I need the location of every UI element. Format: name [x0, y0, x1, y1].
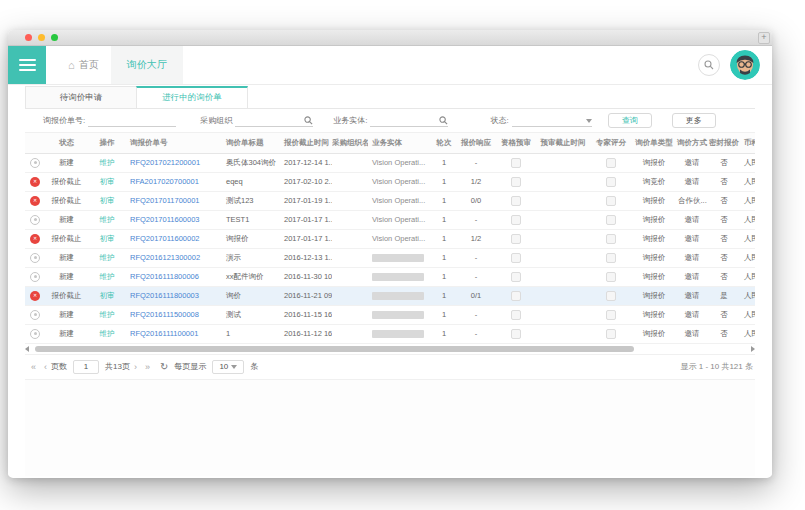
search-icon[interactable]: [698, 54, 720, 76]
table-row[interactable]: 新建维护RFQ201611110000112016-11-12 16...1-询…: [25, 324, 755, 343]
rfq-number-link[interactable]: RFQ2016111800003: [130, 291, 199, 300]
rfq-number-link[interactable]: RFQ2017011700001: [130, 196, 200, 205]
rfq-number-link[interactable]: RFQ2016111500008: [130, 310, 199, 319]
status-new-icon: [30, 310, 40, 320]
prequal-checkbox[interactable]: [511, 196, 521, 206]
scroll-right-icon[interactable]: [751, 346, 755, 352]
expert-checkbox[interactable]: [606, 177, 616, 187]
action-link[interactable]: 维护: [100, 253, 115, 262]
horizontal-scrollbar[interactable]: [25, 345, 755, 354]
expert-checkbox[interactable]: [606, 158, 616, 168]
table-row[interactable]: 新建维护RFQ2017011600003TEST12017-01-17 1...…: [25, 210, 755, 229]
table-row[interactable]: 新建维护RFQ2016111500008测试2016-11-15 16...1-…: [25, 305, 755, 324]
status-new-icon: [30, 158, 40, 168]
expert-checkbox[interactable]: [606, 291, 616, 301]
redacted-entity: [372, 311, 424, 319]
expert-checkbox[interactable]: [606, 310, 616, 320]
prequal-checkbox[interactable]: [511, 215, 521, 225]
next-page-button[interactable]: ›: [134, 362, 137, 372]
pagination-bar: « ‹ 页数 共13页 › » ↻ 每页显示 10 条 显示 1 - 10 共1…: [25, 354, 755, 380]
table-row[interactable]: 新建维护RFQ2016121300002演示2016-12-13 1...1-询…: [25, 248, 755, 267]
refresh-icon[interactable]: ↻: [160, 361, 168, 372]
page-number-input[interactable]: [73, 360, 99, 374]
action-link[interactable]: 初审: [100, 291, 115, 300]
page-content: 待询价申请 进行中的询价单 询报价单号: 采购组织 业务实体: 状态:: [8, 85, 772, 476]
action-link[interactable]: 维护: [100, 272, 115, 281]
inquiry-no-input[interactable]: [88, 114, 176, 127]
action-link[interactable]: 初审: [100, 177, 115, 186]
purchase-org-search-icon[interactable]: [304, 116, 313, 125]
rfq-number-link[interactable]: RFQ2017021200001: [130, 158, 200, 167]
prequal-checkbox[interactable]: [511, 291, 521, 301]
column-header-prequal_deadline: 预审截止时间: [536, 133, 590, 153]
footer-space: [25, 380, 755, 477]
status-caret-icon[interactable]: [586, 119, 592, 123]
purchase-org-input[interactable]: [235, 114, 313, 127]
close-window-button[interactable]: [25, 34, 32, 41]
status-select[interactable]: [512, 114, 592, 127]
window-titlebar: +: [8, 30, 772, 46]
rfq-number-link[interactable]: RFQ2016111800006: [130, 272, 199, 281]
scroll-left-icon[interactable]: [25, 346, 29, 352]
redacted-entity: [372, 330, 424, 338]
first-page-button[interactable]: «: [31, 362, 36, 372]
expert-checkbox[interactable]: [606, 272, 616, 282]
redacted-entity: [372, 273, 424, 281]
maximize-window-button[interactable]: [51, 34, 58, 41]
prequal-checkbox[interactable]: [511, 177, 521, 187]
nav-home[interactable]: ⌂ 首页: [56, 46, 111, 84]
query-button[interactable]: 查询: [608, 113, 652, 128]
table-row[interactable]: 新建维护RFQ2017021200001奥氏体304询价2017-12-14 1…: [25, 153, 755, 172]
menu-button[interactable]: [8, 46, 46, 84]
nav-home-label: 首页: [79, 58, 99, 72]
prequal-checkbox[interactable]: [511, 234, 521, 244]
expert-checkbox[interactable]: [606, 253, 616, 263]
business-entity-search-icon[interactable]: [439, 116, 448, 125]
column-header-title: 询价单标题: [222, 133, 280, 153]
expert-checkbox[interactable]: [606, 196, 616, 206]
prequal-checkbox[interactable]: [511, 272, 521, 282]
table-row[interactable]: 报价截止初审RFA2017020700001eqeq2017-02-10 2..…: [25, 172, 755, 191]
new-tab-button[interactable]: +: [758, 32, 770, 44]
table-row[interactable]: 报价截止初审RFQ2016111800003询价2016-11-21 09...…: [25, 286, 755, 305]
column-header-currency: 币种: [740, 133, 755, 153]
more-button[interactable]: 更多: [672, 113, 716, 128]
nav-inquiry-hall[interactable]: 询价大厅: [111, 46, 183, 84]
prequal-checkbox[interactable]: [511, 158, 521, 168]
avatar[interactable]: [730, 50, 760, 80]
rfq-number-link[interactable]: RFQ2017011600003: [130, 215, 200, 224]
prequal-checkbox[interactable]: [511, 329, 521, 339]
table-body: 新建维护RFQ2017021200001奥氏体304询价2017-12-14 1…: [25, 153, 755, 343]
action-link[interactable]: 维护: [100, 215, 115, 224]
rfq-number-link[interactable]: RFA2017020700001: [130, 177, 199, 186]
table-row[interactable]: 报价截止初审RFQ2017011600002询报价2017-01-17 1...…: [25, 229, 755, 248]
prequal-checkbox[interactable]: [511, 253, 521, 263]
prev-page-button[interactable]: ‹: [44, 362, 47, 372]
tab-pending-applications[interactable]: 待询价申请: [25, 86, 137, 108]
expert-checkbox[interactable]: [606, 329, 616, 339]
action-link[interactable]: 初审: [100, 196, 115, 205]
table-row[interactable]: 新建维护RFQ2016111800006xx配件询价2016-11-30 10.…: [25, 267, 755, 286]
status-stopped-icon: [30, 234, 40, 244]
action-link[interactable]: 维护: [100, 158, 115, 167]
column-header-sealed: 密封报价: [708, 133, 740, 153]
per-page-select[interactable]: 10: [212, 360, 244, 374]
tab-in-progress-inquiries[interactable]: 进行中的询价单: [136, 86, 248, 108]
rfq-number-link[interactable]: RFQ2017011600002: [130, 234, 200, 243]
header-actions: [698, 46, 760, 84]
rfq-number-link[interactable]: RFQ2016111100001: [130, 329, 198, 338]
expert-checkbox[interactable]: [606, 215, 616, 225]
browser-window: + ⌂ 首页 询价大厅: [8, 30, 772, 478]
action-link[interactable]: 维护: [100, 310, 115, 319]
prequal-checkbox[interactable]: [511, 310, 521, 320]
expert-checkbox[interactable]: [606, 234, 616, 244]
action-link[interactable]: 初审: [100, 234, 115, 243]
action-link[interactable]: 维护: [100, 329, 115, 338]
scrollbar-thumb[interactable]: [35, 346, 634, 352]
column-header-entity: 业务实体: [368, 133, 432, 153]
rfq-number-link[interactable]: RFQ2016121300002: [130, 253, 200, 262]
business-entity-input[interactable]: [370, 114, 448, 127]
last-page-button[interactable]: »: [145, 362, 150, 372]
table-row[interactable]: 报价截止初审RFQ2017011700001测试1232017-01-19 1.…: [25, 191, 755, 210]
minimize-window-button[interactable]: [38, 34, 45, 41]
